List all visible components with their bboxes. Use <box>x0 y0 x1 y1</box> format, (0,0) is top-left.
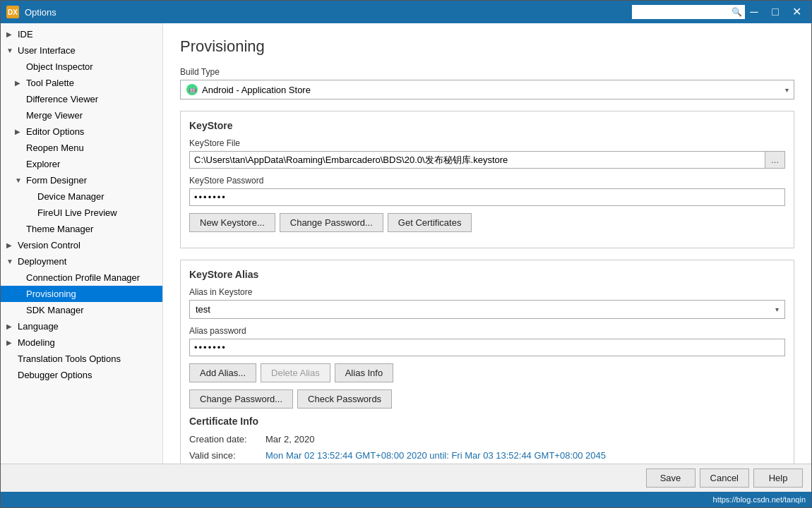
sidebar-item-label: Reopen Menu <box>26 143 84 153</box>
sidebar-item-language[interactable]: ▶ Language <box>1 318 162 334</box>
sidebar-item-connection-profile-manager[interactable]: Connection Profile Manager <box>1 270 162 286</box>
build-type-value: Android - Application Store <box>202 85 788 95</box>
sidebar-item-label: User Interface <box>18 45 76 56</box>
app-logo: DX <box>6 6 19 18</box>
keystore-file-input[interactable] <box>189 151 765 169</box>
collapse-icon: ▼ <box>6 47 15 54</box>
alias-dropdown[interactable]: test ▾ <box>189 300 785 319</box>
sidebar-item-ide[interactable]: ▶ IDE <box>1 26 162 42</box>
build-type-label: Build Type <box>180 67 794 77</box>
keystore-alias-section-title: KeyStore Alias <box>189 269 785 280</box>
main-content: Provisioning Build Type 🤖 Android - Appl… <box>163 23 811 464</box>
sidebar-item-version-control[interactable]: ▶ Version Control <box>1 237 162 253</box>
sidebar-item-label: Debugger Options <box>18 370 92 380</box>
sidebar-item-label: Merge Viewer <box>26 110 83 121</box>
close-button[interactable]: ✕ <box>787 3 806 21</box>
page-title: Provisioning <box>180 37 794 56</box>
sidebar-item-label: IDE <box>18 29 33 40</box>
keystore-alias-section: KeyStore Alias Alias in Keystore test ▾ … <box>180 260 794 464</box>
sidebar-item-label: Translation Tools Options <box>18 353 121 364</box>
sidebar-item-merge-viewer[interactable]: Merge Viewer <box>1 107 162 123</box>
sidebar-item-debugger-options[interactable]: Debugger Options <box>1 367 162 383</box>
alias-in-keystore-label: Alias in Keystore <box>189 287 785 297</box>
sidebar-item-label: Difference Viewer <box>26 94 98 104</box>
build-type-dropdown[interactable]: 🤖 Android - Application Store ▾ <box>180 80 794 99</box>
get-certificates-button[interactable]: Get Certificates <box>388 213 472 232</box>
save-button[interactable]: Save <box>646 468 695 488</box>
content-area: ▶ IDE ▼ User Interface Object Inspector … <box>1 23 811 464</box>
cert-valid-row: Valid since: Mon Mar 02 13:52:44 GMT+08:… <box>189 450 785 461</box>
sidebar-item-theme-manager[interactable]: Theme Manager <box>1 221 162 237</box>
sidebar-item-label: Explorer <box>26 159 60 169</box>
sidebar-item-fireui-live-preview[interactable]: FireUI Live Preview <box>1 205 162 221</box>
expand-icon: ▶ <box>6 30 15 38</box>
collapse-icon: ▼ <box>6 258 15 265</box>
sidebar-item-device-manager[interactable]: Device Manager <box>1 188 162 205</box>
alias-info-button[interactable]: Alias Info <box>335 363 393 382</box>
sidebar-item-label: Provisioning <box>26 289 76 299</box>
expand-icon: ▶ <box>6 322 15 330</box>
sidebar-item-tool-palette[interactable]: ▶ Tool Palette <box>1 75 162 91</box>
sidebar-item-translation-tools[interactable]: Translation Tools Options <box>1 351 162 367</box>
change-password-button[interactable]: Change Password... <box>280 213 383 232</box>
maximize-button[interactable]: □ <box>766 3 784 21</box>
minimize-button[interactable]: ─ <box>745 3 763 21</box>
bottom-bar: Save Cancel Help <box>1 464 811 492</box>
sidebar-item-provisioning[interactable]: Provisioning <box>1 286 162 302</box>
alias-value: test <box>196 304 775 315</box>
alias-dropdown-wrap: test ▾ <box>189 300 785 319</box>
check-passwords-button[interactable]: Check Passwords <box>297 389 392 409</box>
sidebar-item-modeling[interactable]: ▶ Modeling <box>1 334 162 351</box>
sidebar-item-editor-options[interactable]: ▶ Editor Options <box>1 123 162 140</box>
sidebar-item-sdk-manager[interactable]: SDK Manager <box>1 302 162 318</box>
sidebar-item-label: Connection Profile Manager <box>26 272 140 283</box>
help-button[interactable]: Help <box>753 468 803 488</box>
cert-creation-label: Creation date: <box>189 434 260 445</box>
expand-icon: ▶ <box>15 79 23 87</box>
title-bar: DX Options 🔍 ─ □ ✕ <box>1 1 811 23</box>
sidebar-item-deployment[interactable]: ▼ Deployment <box>1 253 162 270</box>
expand-icon: ▶ <box>15 128 23 135</box>
build-type-dropdown-wrap: 🤖 Android - Application Store ▾ <box>180 80 794 99</box>
sidebar-item-user-interface[interactable]: ▼ User Interface <box>1 42 162 59</box>
search-wrap: 🔍 <box>632 5 745 19</box>
sidebar-item-explorer[interactable]: Explorer <box>1 156 162 172</box>
cert-creation-row: Creation date: Mar 2, 2020 <box>189 434 785 445</box>
cert-info-title: Certificate Info <box>189 416 785 427</box>
keystore-buttons: New Keystore... Change Password... Get C… <box>189 213 785 232</box>
sidebar-item-reopen-menu[interactable]: Reopen Menu <box>1 140 162 156</box>
alias-password-input[interactable] <box>189 339 785 356</box>
delete-alias-button[interactable]: Delete Alias <box>261 363 330 382</box>
keystore-file-row: ... <box>189 151 785 169</box>
alias-buttons-row1: Add Alias... Delete Alias Alias Info <box>189 363 785 382</box>
status-text: https://blog.csdn.net/tanqin <box>713 495 806 504</box>
search-input[interactable] <box>632 5 745 19</box>
alias-buttons-row2: Change Password... Check Passwords <box>189 389 785 409</box>
sidebar-item-label: Device Manager <box>37 191 105 202</box>
sidebar-item-difference-viewer[interactable]: Difference Viewer <box>1 91 162 107</box>
sidebar-item-label: Form Designer <box>26 175 87 186</box>
sidebar-item-label: SDK Manager <box>26 305 84 315</box>
change-password2-button[interactable]: Change Password... <box>189 389 293 409</box>
cert-valid-value: Mon Mar 02 13:52:44 GMT+08:00 2020 until… <box>265 450 606 461</box>
sidebar-item-label: Object Inspector <box>26 61 93 72</box>
cert-valid-label: Valid since: <box>189 450 260 461</box>
android-icon: 🤖 <box>186 84 198 95</box>
sidebar-item-form-designer[interactable]: ▼ Form Designer <box>1 172 162 188</box>
keystore-password-input[interactable] <box>189 188 785 206</box>
sidebar-item-label: Theme Manager <box>26 224 93 234</box>
window-title: Options <box>25 7 632 18</box>
cancel-button[interactable]: Cancel <box>700 468 749 488</box>
keystore-section-title: KeyStore <box>189 120 785 131</box>
expand-icon: ▶ <box>6 339 15 346</box>
sidebar-item-object-inspector[interactable]: Object Inspector <box>1 59 162 75</box>
alias-password-label: Alias password <box>189 326 785 336</box>
new-keystore-button[interactable]: New Keystore... <box>189 213 275 232</box>
keystore-browse-button[interactable]: ... <box>765 151 785 169</box>
add-alias-button[interactable]: Add Alias... <box>189 363 256 382</box>
sidebar-item-label: Version Control <box>18 240 80 250</box>
sidebar-item-label: Language <box>18 321 59 332</box>
sidebar: ▶ IDE ▼ User Interface Object Inspector … <box>1 23 163 464</box>
app-window: DX Options 🔍 ─ □ ✕ ▶ IDE ▼ User Interfac… <box>0 0 812 508</box>
expand-icon: ▶ <box>6 241 15 249</box>
